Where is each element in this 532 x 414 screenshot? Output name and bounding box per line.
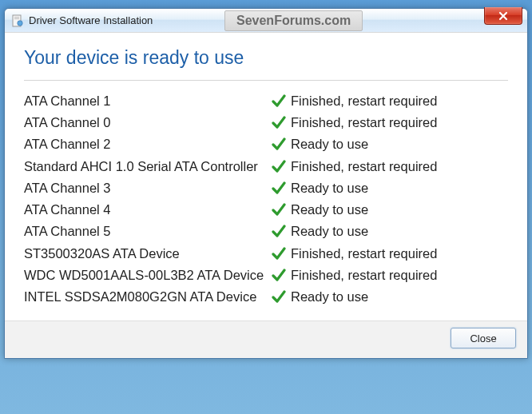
device-name: ATA Channel 5 <box>24 221 272 242</box>
device-row: ATA Channel 4 Ready to use <box>24 199 508 221</box>
check-icon <box>272 181 286 195</box>
divider <box>24 80 508 81</box>
device-status-cell: Finished, restart required <box>272 112 437 133</box>
device-status: Finished, restart required <box>291 243 437 265</box>
device-status: Finished, restart required <box>291 156 437 177</box>
svg-rect-2 <box>14 18 19 19</box>
dialog-window: Driver Software Installation SevenForums… <box>4 8 528 359</box>
device-status-cell: Ready to use <box>272 133 368 155</box>
window-close-button[interactable] <box>484 7 522 25</box>
device-status-cell: Ready to use <box>272 286 368 308</box>
dialog-content: Your device is ready to use ATA Channel … <box>5 33 527 320</box>
device-status-cell: Finished, restart required <box>272 243 437 265</box>
device-name: ATA Channel 1 <box>24 90 272 112</box>
check-icon <box>272 115 286 129</box>
device-status: Ready to use <box>291 133 368 155</box>
device-row: ATA Channel 2 Ready to use <box>24 133 508 155</box>
check-icon <box>272 137 286 151</box>
device-status: Ready to use <box>291 221 368 242</box>
device-status-cell: Ready to use <box>272 177 368 199</box>
svg-point-3 <box>18 20 22 25</box>
device-row: ST3500320AS ATA Device Finished, restart… <box>24 243 508 265</box>
device-list: ATA Channel 1 Finished, restart required… <box>24 90 508 308</box>
watermark: SevenForums.com <box>224 10 363 31</box>
close-icon <box>498 11 509 21</box>
window-title: Driver Software Installation <box>29 14 153 26</box>
check-icon <box>272 202 286 217</box>
device-name: Standard AHCI 1.0 Serial ATA Controller <box>24 156 272 177</box>
device-row: WDC WD5001AALS-00L3B2 ATA Device Finishe… <box>24 265 508 286</box>
device-row: ATA Channel 5 Ready to use <box>24 221 508 242</box>
device-status-cell: Finished, restart required <box>272 265 437 286</box>
device-status-cell: Ready to use <box>272 199 368 221</box>
check-icon <box>272 289 286 304</box>
device-status-cell: Finished, restart required <box>272 90 437 112</box>
device-status: Ready to use <box>291 199 368 221</box>
dialog-footer: Close <box>5 320 527 358</box>
device-status: Finished, restart required <box>291 90 437 112</box>
check-icon <box>272 159 286 173</box>
device-row: ATA Channel 1 Finished, restart required <box>24 90 508 112</box>
device-status: Finished, restart required <box>291 265 437 286</box>
device-row: ATA Channel 0 Finished, restart required <box>24 112 508 133</box>
check-icon <box>272 224 286 238</box>
close-button[interactable]: Close <box>451 328 516 348</box>
svg-rect-1 <box>14 17 19 18</box>
device-row: Standard AHCI 1.0 Serial ATA Controller … <box>24 156 508 177</box>
device-name: INTEL SSDSA2M080G2GN ATA Device <box>24 286 272 308</box>
check-icon <box>272 268 286 282</box>
titlebar[interactable]: Driver Software Installation SevenForums… <box>5 9 527 33</box>
page-title: Your device is ready to use <box>24 47 508 69</box>
check-icon <box>272 246 286 261</box>
device-status: Finished, restart required <box>291 112 437 133</box>
device-status: Ready to use <box>291 286 368 308</box>
device-status-cell: Ready to use <box>272 221 368 242</box>
device-name: WDC WD5001AALS-00L3B2 ATA Device <box>24 265 272 286</box>
device-name: ATA Channel 2 <box>24 133 272 155</box>
device-row: INTEL SSDSA2M080G2GN ATA Device Ready to… <box>24 286 508 308</box>
check-icon <box>272 94 286 108</box>
device-status-cell: Finished, restart required <box>272 156 437 177</box>
installer-icon <box>11 14 24 27</box>
device-name: ATA Channel 3 <box>24 177 272 199</box>
device-row: ATA Channel 3 Ready to use <box>24 177 508 199</box>
device-name: ST3500320AS ATA Device <box>24 243 272 265</box>
device-status: Ready to use <box>291 177 368 199</box>
device-name: ATA Channel 0 <box>24 112 272 133</box>
device-name: ATA Channel 4 <box>24 199 272 221</box>
